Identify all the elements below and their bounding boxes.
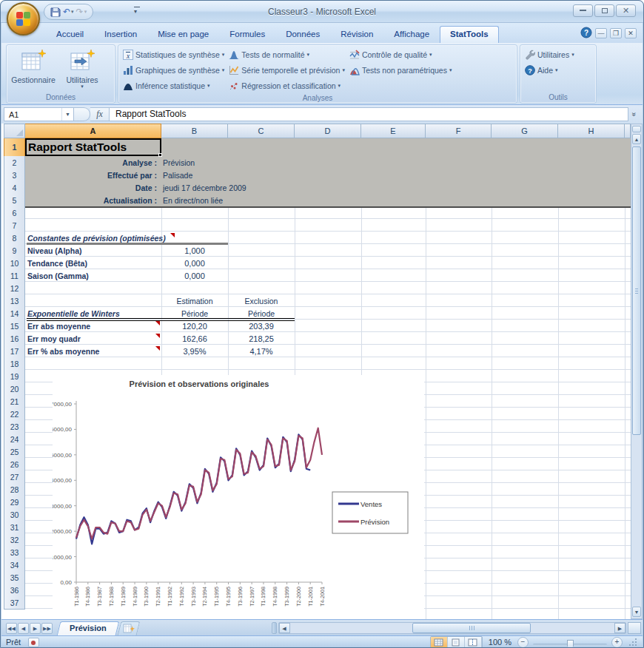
row-header-13[interactable]: 13: [4, 294, 25, 308]
cell-b13[interactable]: Estimation: [161, 294, 228, 307]
tab-insertion[interactable]: Insertion: [94, 26, 147, 43]
row-header-28[interactable]: 28: [4, 483, 25, 496]
resize-grip[interactable]: [628, 638, 638, 647]
select-all-corner[interactable]: [4, 124, 25, 138]
row-header-6[interactable]: 6: [4, 206, 25, 220]
cell-b4[interactable]: jeudi 17 décembre 2009: [161, 181, 228, 194]
cell-c17[interactable]: 4,17%: [228, 345, 295, 357]
utilitaires-button[interactable]: Utilitaires▾: [523, 47, 577, 62]
workbook-close-button[interactable]: ✕: [625, 28, 637, 38]
insert-function-button[interactable]: fx: [90, 107, 110, 121]
expand-formula-bar-button[interactable]: »: [628, 107, 640, 121]
row-header-32[interactable]: 32: [4, 533, 25, 547]
row-header-11[interactable]: 11: [4, 269, 25, 283]
row-header-17[interactable]: 17: [4, 345, 25, 358]
row-header-12[interactable]: 12: [4, 282, 25, 295]
cell-c16[interactable]: 218,25: [228, 332, 295, 345]
tab-formules[interactable]: Formules: [219, 26, 275, 43]
gestionnaire-button[interactable]: Gestionnaire: [9, 47, 58, 92]
cell-b2[interactable]: Prévision: [161, 156, 228, 169]
cell-a17[interactable]: Err % abs moyenne: [25, 345, 161, 357]
contr-le-de-qualit-button[interactable]: Contrôle de qualité▾: [347, 47, 455, 62]
column-header-a[interactable]: A: [25, 124, 161, 138]
scroll-left-button[interactable]: ◀: [279, 623, 290, 633]
row-header-29[interactable]: 29: [4, 496, 25, 509]
next-sheet-button[interactable]: ▶: [30, 623, 41, 634]
cell-c15[interactable]: 203,39: [228, 320, 295, 332]
row-header-27[interactable]: 27: [4, 470, 25, 484]
row-header-2[interactable]: 2: [4, 156, 25, 169]
tab-affichage[interactable]: Affichage: [383, 26, 440, 43]
ribbon-help-button[interactable]: ?: [580, 27, 592, 40]
row-header-24[interactable]: 24: [4, 433, 25, 446]
row-header-37[interactable]: 37: [4, 596, 25, 610]
column-header-d[interactable]: D: [295, 124, 361, 138]
row-header-30[interactable]: 30: [4, 508, 25, 522]
row-header-18[interactable]: 18: [4, 357, 25, 371]
row-header-33[interactable]: 33: [4, 546, 25, 559]
row-header-3[interactable]: 3: [4, 169, 25, 182]
scroll-up-button[interactable]: ▲: [632, 134, 641, 144]
cell-a10[interactable]: Tendance (Bêta): [25, 257, 161, 269]
graphiques-de-synth-se-button[interactable]: Graphiques de synthèse▾: [121, 63, 227, 78]
cell-c13[interactable]: Exclusion: [228, 294, 295, 307]
row-header-20[interactable]: 20: [4, 382, 25, 396]
row-header-22[interactable]: 22: [4, 408, 25, 421]
name-box[interactable]: A1▼: [4, 107, 74, 121]
column-header-e[interactable]: E: [361, 124, 426, 138]
cell-a3[interactable]: Effectué par :: [25, 169, 161, 181]
vertical-scrollbar[interactable]: ▲▼: [631, 124, 643, 619]
row-header-25[interactable]: 25: [4, 445, 25, 459]
page-layout-view-button[interactable]: [448, 637, 465, 648]
undo-button[interactable]: ↶▾: [63, 7, 74, 17]
cell-b9[interactable]: 1,000: [161, 244, 228, 257]
tests-de-normalit-button[interactable]: Tests de normalité▾: [227, 47, 347, 62]
column-header-b[interactable]: B: [161, 124, 228, 138]
row-header-26[interactable]: 26: [4, 458, 25, 471]
cell-a15[interactable]: Err abs moyenne: [25, 320, 161, 332]
column-header-c[interactable]: C: [228, 124, 295, 138]
scroll-down-button[interactable]: ▼: [632, 607, 641, 617]
row-header-9[interactable]: 9: [4, 244, 25, 257]
row-header-16[interactable]: 16: [4, 332, 25, 345]
cell-b3[interactable]: Palisade: [161, 169, 228, 181]
row-header-5[interactable]: 5: [4, 194, 25, 207]
tab-r-vision[interactable]: Révision: [330, 26, 383, 43]
office-button[interactable]: [7, 2, 40, 36]
statistiques-de-synth-se-button[interactable]: xStatistiques de synthèse▾: [121, 47, 227, 62]
minimize-button[interactable]: [573, 4, 593, 17]
row-header-14[interactable]: 14: [4, 307, 25, 320]
column-header-f[interactable]: F: [426, 124, 492, 138]
workbook-minimize-button[interactable]: —: [595, 28, 607, 38]
tab-stattools[interactable]: StatTools: [440, 26, 499, 43]
redo-button[interactable]: ↷▾: [76, 7, 87, 17]
insert-worksheet-button[interactable]: [117, 621, 140, 635]
zoom-out-button[interactable]: −: [517, 637, 529, 648]
zoom-slider-handle[interactable]: [567, 640, 574, 648]
cell-a5[interactable]: Actualisation :: [25, 194, 161, 206]
aide-button[interactable]: ?Aide▾: [523, 63, 577, 78]
vertical-split-handle[interactable]: [632, 126, 641, 132]
row-header-36[interactable]: 36: [4, 584, 25, 597]
cell-a11[interactable]: Saison (Gamma): [25, 269, 161, 282]
cell-a4[interactable]: Date :: [25, 181, 161, 194]
cell-b11[interactable]: 0,000: [161, 269, 228, 282]
row-header-31[interactable]: 31: [4, 521, 25, 534]
formula-input[interactable]: Rapport StatTools: [110, 107, 628, 121]
save-button[interactable]: [50, 7, 61, 17]
cell-a2[interactable]: Analyse :: [25, 156, 161, 169]
workbook-restore-button[interactable]: ❐: [610, 28, 622, 38]
maximize-button[interactable]: [594, 4, 614, 17]
name-box-splitter[interactable]: [74, 107, 90, 121]
previous-sheet-button[interactable]: ◀: [18, 623, 29, 634]
tab-donn-es[interactable]: Données: [275, 26, 330, 43]
zoom-in-button[interactable]: +: [611, 637, 623, 648]
normal-view-button[interactable]: [431, 637, 448, 648]
cell-b17[interactable]: 3,95%: [161, 345, 228, 357]
row-header-19[interactable]: 19: [4, 370, 25, 383]
cell-a16[interactable]: Err moy quadr: [25, 332, 161, 345]
cell-b15[interactable]: 120,20: [161, 320, 228, 332]
tab-accueil[interactable]: Accueil: [46, 26, 94, 43]
inf-rence-statistique-button[interactable]: Inférence statistique▾: [121, 78, 227, 93]
zoom-level[interactable]: 100 %: [489, 638, 511, 647]
